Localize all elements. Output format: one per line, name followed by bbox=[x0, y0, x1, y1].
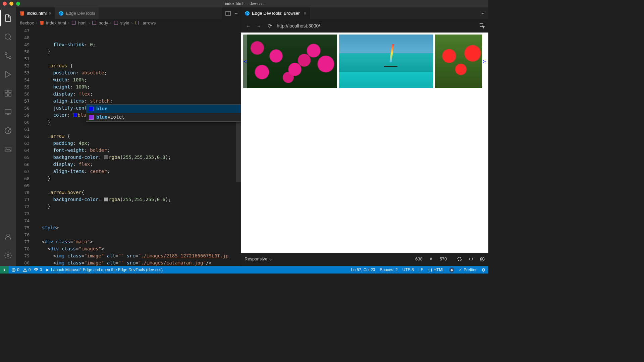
edge-icon bbox=[58, 11, 64, 16]
breadcrumb-item[interactable]: body bbox=[99, 20, 108, 25]
line-number-gutter: 4748495051525354555657585960616263646566… bbox=[16, 26, 36, 266]
rotate-icon[interactable] bbox=[457, 256, 462, 262]
source-control-icon[interactable] bbox=[0, 48, 16, 64]
minimize-window-button[interactable] bbox=[9, 2, 13, 6]
traffic-lights bbox=[3, 2, 20, 6]
svg-rect-5 bbox=[5, 94, 7, 96]
svg-point-19 bbox=[480, 257, 484, 261]
tab-edge-devtools[interactable]: Edge DevTools bbox=[55, 7, 99, 19]
breadcrumb-item[interactable]: flexbox bbox=[20, 20, 34, 25]
more-actions-icon[interactable]: ⋯ bbox=[235, 11, 237, 16]
reload-icon[interactable]: ⟳ bbox=[266, 23, 273, 29]
tab-index-html[interactable]: index.html × bbox=[16, 7, 55, 19]
svg-point-20 bbox=[482, 258, 483, 260]
encoding[interactable]: UTF-8 bbox=[402, 267, 414, 272]
scrollbar-thumb[interactable] bbox=[236, 122, 241, 182]
browser-panel-more-icon[interactable]: ⋯ bbox=[478, 7, 488, 19]
responsive-label: Responsive bbox=[245, 256, 267, 261]
language-mode[interactable]: HTML bbox=[428, 267, 445, 272]
address-bar[interactable]: http://localhost:3000/ bbox=[277, 23, 476, 28]
breadcrumb-item[interactable]: index.html bbox=[46, 20, 66, 25]
indentation[interactable]: Spaces: 2 bbox=[380, 267, 397, 272]
symbol-icon bbox=[92, 20, 97, 25]
css-rule-icon bbox=[135, 20, 140, 25]
symbol-icon bbox=[71, 20, 76, 25]
emulation-icon[interactable] bbox=[480, 256, 485, 262]
svg-rect-15 bbox=[93, 21, 96, 25]
svg-point-2 bbox=[9, 57, 11, 59]
warnings-count[interactable]: 0 bbox=[23, 267, 31, 272]
autocomplete-item[interactable]: blue› bbox=[86, 105, 241, 113]
editor-actions: ⋯ bbox=[222, 7, 241, 19]
eol[interactable]: LF bbox=[419, 267, 423, 272]
dimension-separator: × bbox=[430, 256, 432, 261]
forward-icon[interactable]: → bbox=[255, 23, 263, 29]
browser-tabs: Edge DevTools: Browser × ⋯ bbox=[241, 7, 488, 19]
tab-label: index.html bbox=[27, 11, 47, 16]
status-bar: 0 0 0 Launch Microsoft Edge and open the… bbox=[0, 266, 488, 274]
maximize-window-button[interactable] bbox=[16, 2, 20, 6]
edge-tools-icon[interactable] bbox=[0, 123, 16, 139]
html-file-icon bbox=[40, 20, 44, 25]
editor-tabs: index.html × Edge DevTools bbox=[16, 7, 222, 19]
launch-debug-button[interactable]: Launch Microsoft Edge and open the Edge … bbox=[45, 267, 163, 272]
html-file-icon bbox=[19, 11, 25, 16]
browser-toolbar: ← → ⟳ http://localhost:3000/ bbox=[241, 19, 488, 33]
svg-rect-4 bbox=[9, 90, 11, 93]
errors-count[interactable]: 0 bbox=[11, 267, 19, 272]
breadcrumb[interactable]: flexbox› index.html› html› body› style› … bbox=[16, 19, 241, 26]
scrollbar-track[interactable] bbox=[236, 26, 241, 266]
activity-bar bbox=[0, 7, 16, 266]
close-window-button[interactable] bbox=[3, 2, 7, 6]
run-debug-icon[interactable] bbox=[0, 66, 16, 82]
remote-indicator[interactable] bbox=[0, 266, 9, 274]
prettier-status[interactable]: ✓Prettier bbox=[459, 267, 477, 272]
viewport-height-input[interactable] bbox=[436, 256, 451, 261]
image-gallery-icon[interactable] bbox=[0, 141, 16, 158]
close-tab-icon[interactable]: × bbox=[304, 11, 306, 16]
edge-icon bbox=[245, 11, 250, 16]
svg-point-10 bbox=[7, 234, 9, 237]
svg-rect-3 bbox=[5, 90, 7, 93]
settings-gear-icon[interactable] bbox=[0, 247, 16, 263]
inspect-icon[interactable] bbox=[480, 23, 485, 28]
svg-rect-6 bbox=[9, 94, 11, 96]
account-icon[interactable] bbox=[0, 229, 16, 245]
back-icon[interactable]: ← bbox=[245, 23, 252, 29]
svg-point-1 bbox=[5, 53, 7, 55]
titlebar: index.html — dev-css bbox=[0, 0, 488, 7]
browser-panel: Edge DevTools: Browser × ⋯ ← → ⟳ http://… bbox=[241, 7, 488, 266]
symbol-icon bbox=[114, 20, 118, 25]
search-icon[interactable] bbox=[0, 29, 16, 45]
breadcrumb-item[interactable]: style bbox=[120, 20, 129, 25]
tweet-feedback-icon[interactable]: ☻ bbox=[449, 267, 454, 273]
browser-tab[interactable]: Edge DevTools: Browser × bbox=[241, 7, 310, 19]
viewport-width-input[interactable] bbox=[411, 256, 426, 261]
viewport-footer: Responsive ⌄ × bbox=[241, 253, 488, 264]
explorer-icon[interactable] bbox=[0, 10, 16, 26]
remote-explorer-icon[interactable] bbox=[0, 104, 16, 120]
split-editor-icon[interactable] bbox=[225, 11, 231, 16]
chevron-down-icon: ⌄ bbox=[269, 256, 272, 261]
port-forward[interactable]: 0 bbox=[34, 267, 42, 272]
preview-image bbox=[435, 35, 482, 88]
autocomplete-popup[interactable]: blue›blueviolet bbox=[86, 104, 241, 122]
window-title: index.html — dev-css bbox=[225, 1, 264, 6]
editor-area: index.html × Edge DevTools ⋯ flexbox› in… bbox=[16, 7, 241, 266]
svg-point-11 bbox=[7, 254, 9, 256]
breadcrumb-item[interactable]: .arrows bbox=[142, 20, 156, 25]
code-editor[interactable]: 4748495051525354555657585960616263646566… bbox=[16, 26, 241, 266]
close-tab-icon[interactable]: × bbox=[49, 11, 51, 16]
responsive-dropdown[interactable]: Responsive ⌄ bbox=[245, 256, 272, 261]
autocomplete-item[interactable]: blueviolet bbox=[86, 113, 241, 121]
breadcrumb-item[interactable]: html bbox=[78, 20, 87, 25]
extensions-icon[interactable] bbox=[0, 85, 16, 101]
cursor-position[interactable]: Ln 57, Col 20 bbox=[351, 267, 375, 272]
screenshot-icon[interactable] bbox=[468, 256, 474, 262]
browser-viewport[interactable]: < > bbox=[241, 33, 488, 253]
svg-rect-7 bbox=[5, 109, 11, 113]
notifications-bell-icon[interactable] bbox=[481, 268, 486, 272]
svg-rect-16 bbox=[114, 21, 118, 25]
preview-image bbox=[339, 35, 433, 88]
code-content[interactable]: flex-shrink: 0; } .arrows { position: ab… bbox=[36, 26, 241, 266]
